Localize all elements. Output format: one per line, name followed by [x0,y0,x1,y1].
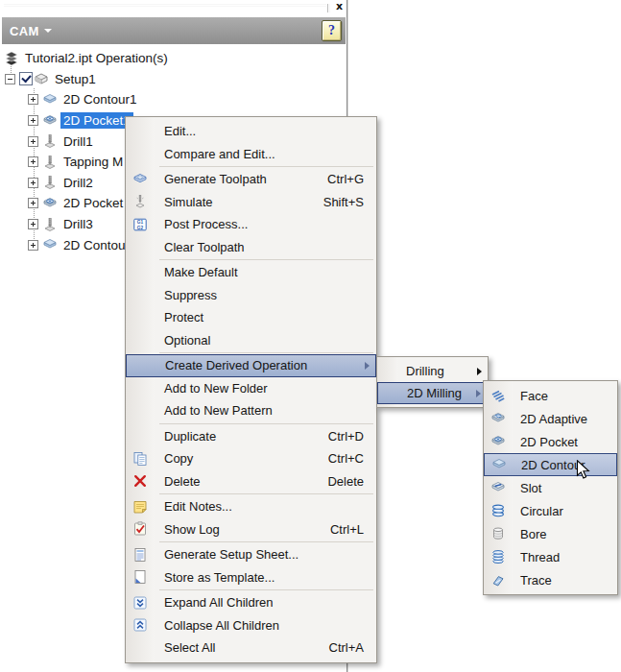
panel-grip-bar[interactable]: x [2,3,344,15]
tree-item-label[interactable]: 2D Pocket1 [60,112,133,129]
menu-item-add-to-new-pattern[interactable]: Add to New Pattern [126,399,376,422]
menu-item-label: Store as Template... [155,570,275,585]
menu-shortcut: Ctrl+A [329,640,376,655]
expand-plus-icon[interactable] [28,94,38,105]
menu-item-label: 2D Pocket [513,435,578,449]
post-process-icon [126,217,155,232]
submenu-item-bore[interactable]: Bore [484,522,617,545]
expand-minus-icon[interactable] [5,74,15,84]
menu-item-label: Bore [513,527,546,541]
menu-item-expand-all-children[interactable]: Expand All Children [126,591,376,614]
tree-item-label[interactable]: Tutorial2.ipt Operation(s) [22,50,171,66]
2d-contour-icon [42,237,59,252]
menu-item-clear-toolpath[interactable]: Clear Toolpath [126,236,376,259]
tree-item-label[interactable]: 2D Contour1 [60,91,140,108]
menu-item-edit[interactable]: Edit... [126,120,376,143]
tree-item-2d-contour1[interactable]: 2D Contour1 [0,89,346,110]
chevron-down-icon[interactable] [44,29,52,33]
grip-line [4,6,326,7]
submenu-item-circular[interactable]: Circular [484,499,617,522]
expand-plus-icon[interactable] [28,240,38,251]
menu-item-label: Simulate [155,195,213,209]
menu-item-show-log[interactable]: Show Log Ctrl+L [126,518,376,541]
menu-item-compare-and-edit[interactable]: Compare and Edit... [126,143,376,166]
menu-item-select-all[interactable]: Select All Ctrl+A [126,636,376,660]
drill-icon [42,175,59,190]
tree-item-label[interactable]: Drill2 [60,175,96,191]
menu-item-label: Create Derived Operation [155,358,307,372]
menu-separator [159,259,373,260]
expand-plus-icon[interactable] [28,156,38,167]
menu-item-make-default[interactable]: Make Default [126,261,376,284]
menu-item-label: Show Log [155,522,220,537]
menu-item-delete[interactable]: Delete Delete [126,470,376,493]
tree-item-label[interactable]: Tapping M [60,154,126,170]
menu-item-duplicate[interactable]: Duplicate Ctrl+D [126,425,376,448]
simulate-icon [126,194,155,209]
setup-checkbox[interactable] [19,72,33,85]
menu-item-store-as-template[interactable]: Store as Template... [126,566,376,589]
menu-item-label: Edit Notes... [155,499,232,514]
help-button[interactable]: ? [322,20,342,41]
menu-item-generate-toolpath[interactable]: Generate Toolpath Ctrl+G [126,168,376,191]
generate-toolpath-icon [126,172,155,187]
menu-item-copy[interactable]: Copy Ctrl+C [126,447,376,470]
tree-item-label[interactable]: 2D Pocket [60,195,126,211]
setup-sheet-icon [126,547,155,563]
menu-item-label: 2D Contour [514,458,585,472]
submenu-item-thread[interactable]: Thread [484,545,617,568]
menu-item-label: Edit... [155,124,196,138]
menu-item-post-process[interactable]: Post Process... [126,213,376,236]
tree-item-label[interactable]: Drill3 [60,216,96,232]
delete-icon [126,473,155,489]
expand-plus-icon[interactable] [28,198,38,208]
menu-separator [159,352,373,353]
menu-item-label: Delete [155,474,201,489]
expand-plus-icon[interactable] [28,219,38,229]
menu-separator [159,541,373,542]
menu-item-generate-setup-sheet[interactable]: Generate Setup Sheet... [126,543,376,566]
submenu-item-slot[interactable]: Slot [484,476,617,499]
submenu-item-trace[interactable]: Trace [484,568,617,591]
expand-plus-icon[interactable] [28,136,38,147]
submenu-item-face[interactable]: Face [484,384,617,407]
expand-plus-icon[interactable] [28,178,38,188]
menu-item-add-to-new-folder[interactable]: Add to New Folder [126,377,376,400]
menu-item-label: Clear Toolpath [155,240,245,254]
submenu-item-drilling[interactable]: Drilling [377,360,488,382]
2d-pocket-icon [484,434,513,449]
menu-separator [159,166,373,167]
menu-item-protect[interactable]: Protect [126,306,376,329]
submenu-item-2d-milling[interactable]: 2D Milling [377,382,488,404]
submenu-item-2d-pocket[interactable]: 2D Pocket [484,430,617,453]
2d-pocket-icon [42,113,59,129]
circular-icon [484,503,513,518]
submenu-item-2d-contour[interactable]: 2D Contour [484,453,617,476]
panel-title[interactable]: CAM [10,24,39,38]
tree-item-operations-root[interactable]: Tutorial2.ipt Operation(s) [0,48,346,69]
menu-item-label: Expand All Children [155,595,273,610]
menu-item-label: Make Default [155,265,238,279]
menu-item-label: Post Process... [155,217,248,231]
tree-item-label[interactable]: Drill1 [60,133,96,150]
tree-item-label[interactable]: 2D Contou [60,237,129,253]
menu-item-create-derived-operation[interactable]: Create Derived Operation [126,354,376,377]
menu-item-label: Duplicate [155,429,216,444]
show-log-icon [126,521,155,537]
2d-contour-icon [42,92,59,108]
tree-item-setup1[interactable]: Setup1 [0,69,346,90]
submenu-arrow-icon [477,368,482,375]
tree-item-label[interactable]: Setup1 [52,71,99,87]
menu-item-optional[interactable]: Optional [126,329,376,352]
menu-separator [159,493,373,494]
expand-plus-icon[interactable] [28,115,38,126]
menu-item-collapse-all-children[interactable]: Collapse All Children [126,614,376,637]
edit-notes-icon [126,499,155,515]
menu-item-label: Suppress [155,288,217,302]
close-icon[interactable]: x [336,0,343,12]
menu-item-simulate[interactable]: Simulate Shift+S [126,191,376,214]
submenu-item-2d-adaptive[interactable]: 2D Adaptive [484,407,617,430]
menu-item-suppress[interactable]: Suppress [126,284,376,307]
2d-pocket-icon [42,196,59,211]
menu-item-edit-notes[interactable]: Edit Notes... [126,495,376,518]
